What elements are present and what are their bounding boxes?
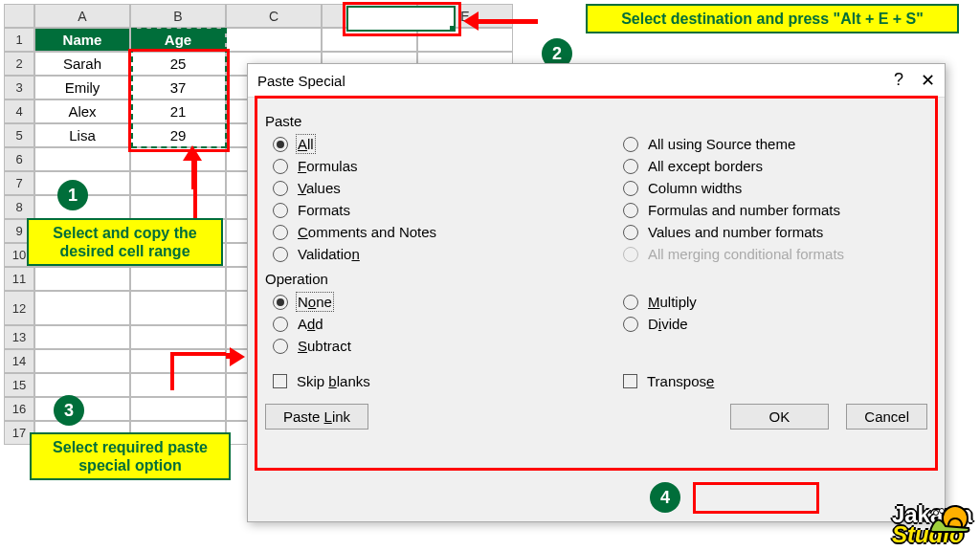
- paste-option[interactable]: Formulas: [265, 155, 577, 177]
- cell-C1[interactable]: [226, 28, 322, 52]
- step-badge-1: 1: [57, 180, 88, 210]
- radio-icon[interactable]: [273, 203, 288, 218]
- radio-icon[interactable]: [623, 137, 638, 152]
- option-label: None: [298, 294, 332, 310]
- radio-icon[interactable]: [273, 137, 288, 152]
- radio-icon[interactable]: [623, 181, 638, 196]
- paste-option[interactable]: All using Source theme: [615, 133, 927, 155]
- paste-option[interactable]: Formulas and number formats: [615, 199, 927, 221]
- paste-option[interactable]: All: [265, 133, 577, 155]
- arrow-left-2: [477, 20, 482, 23]
- option-label: Subtract: [298, 338, 351, 354]
- paste-option[interactable]: Validation: [265, 243, 577, 265]
- paste-option[interactable]: All except borders: [615, 155, 927, 177]
- cell-A2[interactable]: Sarah: [34, 52, 130, 76]
- radio-icon[interactable]: [273, 225, 288, 240]
- callout-step1: Select and copy the desired cell range: [27, 218, 223, 266]
- cell-B1[interactable]: Age: [130, 28, 226, 52]
- paste-option[interactable]: Values and number formats: [615, 221, 927, 243]
- row-header-1[interactable]: 1: [4, 28, 34, 52]
- radio-icon[interactable]: [623, 225, 638, 240]
- row-header-2[interactable]: 2: [4, 52, 34, 76]
- radio-icon[interactable]: [273, 295, 288, 310]
- arrow-stem-3h: [170, 352, 226, 356]
- paste-group-label: Paste: [265, 113, 927, 129]
- option-label: Multiply: [648, 294, 697, 310]
- cell-A3[interactable]: Emily: [34, 76, 130, 99]
- callout-step3: Select required paste special option: [30, 432, 231, 480]
- radio-icon[interactable]: [623, 295, 638, 310]
- arrow-stem-1: [193, 187, 197, 218]
- select-all-corner[interactable]: [4, 4, 34, 28]
- cancel-button[interactable]: Cancel: [846, 404, 927, 430]
- option-label: Column widths: [648, 180, 742, 196]
- radio-icon[interactable]: [623, 159, 638, 174]
- col-header-B[interactable]: B: [130, 4, 226, 28]
- paste-option[interactable]: Values: [265, 177, 577, 199]
- dialog-titlebar: Paste Special ? ✕: [248, 64, 945, 98]
- callout-step2: Select destination and press "Alt + E + …: [586, 4, 959, 33]
- arrow-stem-2: [477, 19, 538, 24]
- option-label: Formulas: [298, 158, 358, 174]
- cell-B2[interactable]: 25: [130, 52, 226, 76]
- cell-A1[interactable]: Name: [34, 28, 130, 52]
- paste-link-button[interactable]: Paste Link: [265, 404, 368, 430]
- operation-option[interactable]: Add: [265, 313, 577, 335]
- option-label: Formats: [298, 202, 350, 218]
- option-label: Comments and Notes: [298, 224, 436, 240]
- option-label: Values and number formats: [648, 224, 823, 240]
- col-header-C[interactable]: C: [226, 4, 322, 28]
- radio-icon[interactable]: [273, 181, 288, 196]
- paste-option[interactable]: Comments and Notes: [265, 221, 577, 243]
- skip-blanks-checkbox[interactable]: [273, 374, 287, 388]
- svg-point-2: [940, 509, 945, 514]
- help-button[interactable]: ?: [894, 70, 903, 91]
- destination-cell[interactable]: [346, 6, 456, 32]
- snail-icon: [926, 499, 974, 534]
- close-button[interactable]: ✕: [921, 70, 935, 91]
- step-badge-3: 3: [54, 395, 84, 426]
- radio-icon[interactable]: [273, 247, 288, 262]
- operation-option[interactable]: Divide: [615, 313, 927, 335]
- paste-option: All merging conditional formats: [615, 243, 927, 265]
- radio-icon: [623, 247, 638, 262]
- col-header-A[interactable]: A: [34, 4, 130, 28]
- option-label: Divide: [648, 316, 688, 332]
- arrow-stem-3v: [170, 352, 174, 390]
- option-label: Formulas and number formats: [648, 202, 840, 218]
- option-label: Values: [298, 180, 341, 196]
- radio-icon[interactable]: [623, 317, 638, 332]
- dialog-title: Paste Special: [257, 73, 345, 89]
- arrow-up-1: [191, 159, 197, 189]
- radio-icon[interactable]: [623, 203, 638, 218]
- radio-icon[interactable]: [273, 159, 288, 174]
- arrow-right-3: [226, 353, 232, 359]
- cell-A5[interactable]: Lisa: [34, 123, 130, 147]
- option-label: All merging conditional formats: [648, 246, 844, 262]
- operation-option[interactable]: None: [265, 291, 577, 313]
- skip-blanks-label: Skip blanks: [297, 373, 370, 389]
- operation-option[interactable]: Multiply: [615, 291, 927, 313]
- cell-B5[interactable]: 29: [130, 123, 226, 147]
- cell-B4[interactable]: 21: [130, 99, 226, 123]
- operation-group-label: Operation: [265, 271, 927, 287]
- row-header-4[interactable]: 4: [4, 99, 34, 123]
- option-label: Add: [298, 316, 323, 332]
- option-label: All except borders: [648, 158, 763, 174]
- paste-option[interactable]: Column widths: [615, 177, 927, 199]
- radio-icon[interactable]: [273, 317, 288, 332]
- cell-A4[interactable]: Alex: [34, 99, 130, 123]
- option-label: All using Source theme: [648, 136, 795, 152]
- svg-point-1: [934, 511, 939, 516]
- row-header-3[interactable]: 3: [4, 76, 34, 99]
- step-badge-4: 4: [650, 482, 680, 513]
- option-label: Validation: [298, 246, 360, 262]
- cell-B3[interactable]: 37: [130, 76, 226, 99]
- row-header-5[interactable]: 5: [4, 123, 34, 147]
- radio-icon[interactable]: [273, 339, 288, 354]
- operation-option[interactable]: Subtract: [265, 335, 577, 357]
- transpose-checkbox[interactable]: [623, 374, 637, 388]
- paste-special-dialog: Paste Special ? ✕ Paste AllFormulasValue…: [247, 63, 946, 522]
- paste-option[interactable]: Formats: [265, 199, 577, 221]
- ok-button[interactable]: OK: [730, 404, 830, 430]
